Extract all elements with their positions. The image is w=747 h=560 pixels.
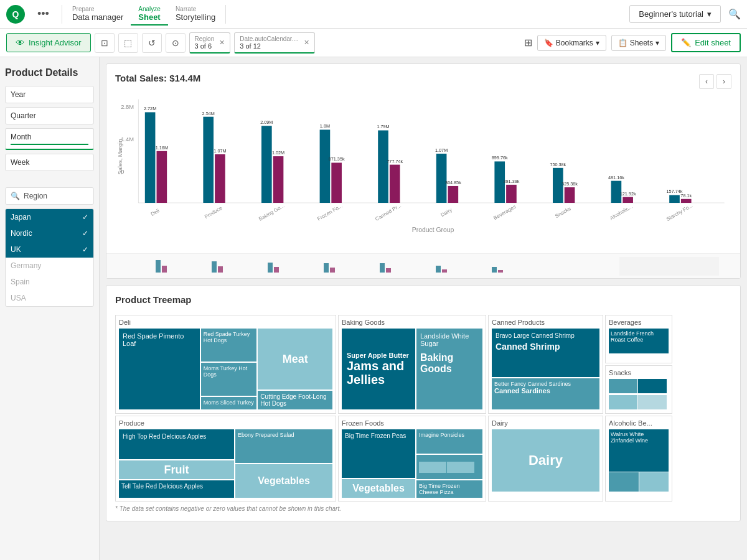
mini-chart — [115, 257, 731, 276]
canned-item-shrimp[interactable]: Bravo Large Canned Shrimp Canned Shrimp — [492, 329, 599, 377]
check-icon: ✓ — [82, 229, 88, 238]
frozen-sub-2[interactable] — [447, 462, 474, 473]
snack-item-2[interactable] — [638, 379, 667, 393]
region-filter-close-icon[interactable]: ✕ — [219, 39, 225, 47]
produce-item-salad[interactable]: Ebony Prepared Salad — [235, 429, 332, 463]
sheets-btn[interactable]: 📋 Sheets ▾ — [611, 35, 666, 51]
svg-rect-28 — [390, 165, 400, 203]
treemap-baking-section: Baking Goods Super Apple Butter Jams and… — [338, 315, 486, 414]
screenshot-btn[interactable]: ⊙ — [166, 33, 186, 53]
bev-item-coffee[interactable]: Landslide French Roast Coffee — [609, 329, 669, 353]
more-options-btn[interactable]: ••• — [37, 7, 49, 21]
deli-item-moms-sliced[interactable]: Moms Sliced Turkey — [201, 397, 257, 409]
svg-rect-60 — [218, 266, 223, 273]
svg-rect-70 — [498, 270, 503, 273]
filter-year[interactable]: Year — [5, 86, 94, 103]
frozen-item-cheese-pizza[interactable]: Big Time Frozen Cheese Pizza — [416, 480, 482, 498]
pencil-icon: ✏️ — [681, 38, 691, 47]
region-germany[interactable]: Germany — [6, 258, 93, 274]
deli-item-moms-turkey-hd[interactable]: Moms Turkey Hot Dogs — [201, 363, 257, 396]
produce-item-vegetables-label[interactable]: Vegetables — [235, 464, 332, 498]
frozen-item-vegetables-label[interactable]: Vegetables — [342, 479, 415, 498]
tutorial-dropdown-btn[interactable]: Beginner's tutorial ▾ — [629, 5, 721, 23]
baking-item-white-sugar[interactable]: Landslide White Sugar Baking Goods — [416, 329, 482, 409]
search-icon[interactable]: 🔍 — [728, 8, 741, 20]
chevron-down-icon: ▾ — [707, 9, 712, 19]
region-list: Japan ✓ Nordic ✓ UK ✓ Germany Spain USA — [5, 208, 94, 307]
produce-item-tell-tale[interactable]: Tell Tale Red Delcious Apples — [119, 480, 234, 498]
snack-item-4[interactable] — [638, 395, 667, 409]
svg-text:1.07M: 1.07M — [214, 148, 226, 154]
frozen-item-popsicles[interactable]: Imagine Ponsicles — [416, 429, 482, 454]
svg-text:2.8M: 2.8M — [121, 104, 134, 110]
deli-item-pimento[interactable]: Red Spade Pimento Loaf — [119, 329, 200, 409]
check-icon: ✓ — [82, 213, 88, 222]
svg-rect-61 — [268, 263, 273, 273]
frozen-sub-1[interactable] — [419, 462, 446, 473]
filter-quarter[interactable]: Quarter — [5, 107, 94, 124]
frozen-item-peas[interactable]: Big Time Frozen Peas — [342, 429, 415, 478]
baking-item-apple-butter[interactable]: Super Apple Butter Jams and Jellies — [342, 329, 415, 409]
region-filter-chip[interactable]: Region 3 of 6 ✕ — [189, 32, 231, 54]
insight-advisor-label: Insight Advisor — [29, 38, 82, 47]
snacks-section-label: Snacks — [609, 369, 669, 376]
deselect-btn[interactable]: ↺ — [142, 33, 162, 53]
date-filter-chip[interactable]: Date.autoCalendar.... 3 of 12 ✕ — [234, 32, 315, 54]
toolbar-right: ⊞ 🔖 Bookmarks ▾ 📋 Sheets ▾ ✏️ Edit sheet — [524, 33, 741, 52]
region-spain[interactable]: Spain — [6, 274, 93, 290]
date-filter-close-icon[interactable]: ✕ — [304, 39, 309, 47]
region-search[interactable]: 🔍 Region — [5, 187, 94, 205]
dairy-section-label: Dairy — [492, 419, 599, 427]
svg-rect-8 — [157, 151, 167, 203]
insight-advisor-btn[interactable]: 👁 Insight Advisor — [6, 33, 91, 52]
tab-analyze[interactable]: Analyze Sheet — [131, 3, 168, 26]
region-japan[interactable]: Japan ✓ — [6, 209, 93, 225]
svg-rect-38 — [506, 185, 517, 203]
svg-text:750.38k: 750.38k — [550, 162, 566, 167]
svg-rect-13 — [215, 154, 225, 203]
produce-section-label: Produce — [119, 419, 332, 427]
svg-rect-57 — [156, 260, 161, 273]
alcoholic-item-wine[interactable]: Walrus White Zinfandel Wine — [609, 429, 669, 472]
marquee-select-btn[interactable]: ⬚ — [118, 33, 138, 53]
svg-text:Dairy: Dairy — [439, 206, 454, 218]
produce-item-fruit-label[interactable]: Fruit — [119, 460, 234, 479]
svg-rect-16 — [261, 126, 272, 203]
dairy-label[interactable]: Dairy — [492, 429, 599, 492]
deli-item-cutting-edge[interactable]: Cutting Edge Foot-Long Hot Dogs — [258, 391, 332, 409]
bookmarks-btn[interactable]: 🔖 Bookmarks ▾ — [537, 35, 606, 51]
svg-text:Frozen Fo...: Frozen Fo... — [316, 203, 344, 222]
filter-week[interactable]: Week — [5, 154, 94, 171]
region-nordic[interactable]: Nordic ✓ — [6, 225, 93, 241]
edit-sheet-btn[interactable]: ✏️ Edit sheet — [671, 33, 741, 52]
snack-item-3[interactable] — [609, 395, 637, 409]
svg-text:Sales, Margin: Sales, Margin — [117, 139, 123, 175]
svg-text:121.92k: 121.92k — [620, 191, 636, 197]
snack-item-1[interactable] — [609, 379, 637, 393]
svg-text:1.16M: 1.16M — [156, 145, 168, 151]
tab-narrate[interactable]: Narrate Storytelling — [168, 3, 223, 26]
beverages-section-label: Beverages — [609, 319, 669, 326]
produce-item-red-apples[interactable]: High Top Red Delcious Apples — [119, 429, 234, 459]
filter-month[interactable]: Month — [5, 128, 94, 150]
chart-nav-prev[interactable]: ‹ — [699, 74, 714, 89]
alcoholic-sub-2[interactable] — [639, 472, 669, 492]
canned-item-sardines[interactable]: Better Fancy Canned Sardines Canned Sard… — [492, 378, 599, 409]
deli-item-meat-label[interactable]: Meat — [258, 329, 332, 390]
alcoholic-sub-1[interactable] — [609, 472, 639, 492]
tab-prepare[interactable]: Prepare Data manager — [65, 3, 131, 26]
region-uk[interactable]: UK ✓ — [6, 241, 93, 258]
qlik-logo: Q — [6, 5, 25, 24]
alcoholic-section-label: Alcoholic Be... — [609, 419, 669, 427]
treemap-snacks-section: Snacks — [605, 365, 672, 414]
svg-text:Alcoholic...: Alcoholic... — [609, 203, 634, 222]
svg-rect-33 — [448, 186, 459, 203]
lasso-select-btn[interactable]: ⊡ — [95, 33, 115, 53]
chart-nav-next[interactable]: › — [716, 74, 731, 89]
region-usa[interactable]: USA — [6, 290, 93, 306]
svg-text:325.38k: 325.38k — [561, 181, 578, 187]
tab-narrate-main: Storytelling — [176, 12, 215, 22]
deli-item-turkey-hot-dogs[interactable]: Red Spade Turkey Hot Dogs — [201, 329, 257, 362]
check-icon: ✓ — [82, 245, 88, 254]
grid-layout-btn[interactable]: ⊞ — [524, 37, 532, 49]
